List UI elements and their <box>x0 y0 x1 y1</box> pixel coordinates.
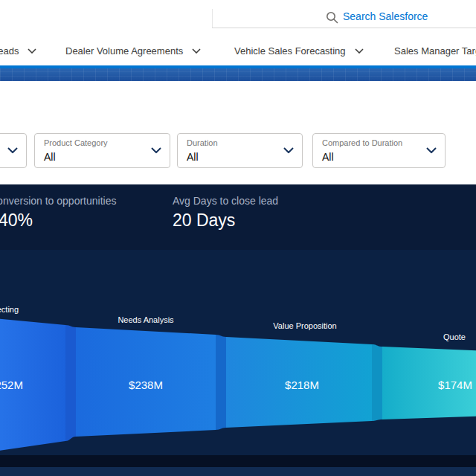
bottom-light-band <box>0 467 476 476</box>
filter-dropdown-compared-to-duration[interactable]: Compared to Duration All <box>312 133 446 168</box>
funnel-neck-1 <box>65 325 76 441</box>
chevron-down-icon[interactable] <box>283 147 294 153</box>
filter-value: All <box>187 151 199 163</box>
nav-tab-label: Leads <box>0 45 19 57</box>
search-divider <box>212 9 213 28</box>
funnel-chart <box>0 250 476 455</box>
filter-dropdown-duration[interactable]: Duration All <box>177 133 303 168</box>
nav-tab-leads[interactable]: Leads <box>0 45 36 57</box>
search-icon <box>326 11 338 24</box>
nav-tab-label: Sales Manager Targets <box>394 45 476 57</box>
search-underline <box>212 28 476 28</box>
filter-dropdown-0[interactable] <box>0 133 27 168</box>
filter-label: Product Category <box>44 138 108 147</box>
kpi-avg-days-label: Avg Days to close lead <box>173 195 278 207</box>
funnel-value-quote: $174M <box>438 379 472 391</box>
kpi-conversion-value: 40% <box>0 210 33 231</box>
kpi-conversion-label: Conversion to opportunities <box>0 195 116 207</box>
funnel-stage-label-needs-analysis: Needs Analysis <box>118 315 173 324</box>
chevron-down-icon <box>192 48 201 54</box>
chevron-down-icon[interactable] <box>426 147 437 153</box>
chevron-down-icon[interactable] <box>7 147 18 153</box>
chevron-down-icon[interactable] <box>151 147 161 153</box>
nav-tab-vehicle-sales-forecasting[interactable]: Vehicle Sales Forecasting <box>234 45 364 57</box>
chevron-down-icon <box>355 48 364 54</box>
funnel-stage-label-quote: Quote <box>443 332 466 341</box>
brand-pattern-band <box>0 68 476 81</box>
funnel-value-needs-analysis: $238M <box>129 379 163 391</box>
salesforce-dashboard: Search Salesforce Leads Dealer Volume Ag… <box>0 0 476 476</box>
filter-value: All <box>44 151 56 163</box>
filter-label: Duration <box>187 138 218 147</box>
funnel-neck-3 <box>372 344 382 421</box>
nav-tab-label: Vehicle Sales Forecasting <box>234 45 346 57</box>
nav-tab-dealer-volume-agreements[interactable]: Dealer Volume Agreements <box>65 45 201 57</box>
filter-value: All <box>322 151 334 163</box>
funnel-stage-label-value-proposition: Value Proposition <box>273 321 336 330</box>
funnel-stage-label-prospecting: Prospecting <box>0 305 19 314</box>
funnel-value-value-proposition: $218M <box>285 379 319 391</box>
funnel-neck-2 <box>216 335 226 430</box>
global-search-input[interactable]: Search Salesforce <box>343 10 428 22</box>
funnel-value-prospecting: $252M <box>0 379 23 391</box>
kpi-avg-days-value: 20 Days <box>173 210 235 231</box>
nav-tab-sales-manager-targets[interactable]: Sales Manager Targets <box>394 45 476 57</box>
nav-tab-label: Dealer Volume Agreements <box>65 45 183 57</box>
filter-dropdown-product-category[interactable]: Product Category All <box>34 133 170 168</box>
chevron-down-icon <box>28 48 36 54</box>
bottom-dark-band <box>0 455 476 467</box>
filter-label: Compared to Duration <box>322 138 402 147</box>
